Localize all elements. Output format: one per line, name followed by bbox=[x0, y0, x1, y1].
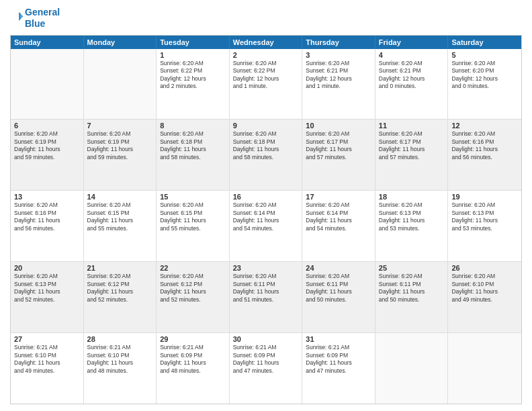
cal-cell-5-3: 29Sunrise: 6:21 AM Sunset: 6:09 PM Dayli… bbox=[157, 333, 230, 404]
day-info: Sunrise: 6:20 AM Sunset: 6:18 PM Dayligh… bbox=[160, 130, 226, 161]
cal-cell-2-7: 12Sunrise: 6:20 AM Sunset: 6:16 PM Dayli… bbox=[448, 120, 521, 190]
cal-cell-5-4: 30Sunrise: 6:21 AM Sunset: 6:09 PM Dayli… bbox=[230, 333, 303, 404]
svg-marker-1 bbox=[20, 14, 24, 19]
cal-cell-5-1: 27Sunrise: 6:21 AM Sunset: 6:10 PM Dayli… bbox=[11, 333, 84, 404]
logo-icon bbox=[10, 10, 24, 24]
cal-cell-2-5: 10Sunrise: 6:20 AM Sunset: 6:17 PM Dayli… bbox=[302, 120, 375, 190]
header-day-wednesday: Wednesday bbox=[230, 36, 303, 49]
day-number: 20 bbox=[14, 264, 80, 272]
day-info: Sunrise: 6:20 AM Sunset: 6:11 PM Dayligh… bbox=[306, 273, 371, 304]
header-day-friday: Friday bbox=[375, 36, 449, 49]
day-info: Sunrise: 6:20 AM Sunset: 6:21 PM Dayligh… bbox=[306, 60, 371, 91]
cal-cell-1-6: 4Sunrise: 6:20 AM Sunset: 6:21 PM Daylig… bbox=[375, 49, 449, 120]
day-number: 13 bbox=[14, 193, 80, 201]
cal-cell-3-6: 18Sunrise: 6:20 AM Sunset: 6:13 PM Dayli… bbox=[375, 191, 449, 261]
cal-cell-5-7 bbox=[448, 333, 521, 404]
day-info: Sunrise: 6:20 AM Sunset: 6:16 PM Dayligh… bbox=[451, 130, 518, 161]
day-number: 31 bbox=[306, 335, 371, 343]
day-info: Sunrise: 6:20 AM Sunset: 6:13 PM Dayligh… bbox=[379, 201, 445, 232]
cal-cell-3-1: 13Sunrise: 6:20 AM Sunset: 6:16 PM Dayli… bbox=[11, 191, 84, 261]
day-info: Sunrise: 6:20 AM Sunset: 6:20 PM Dayligh… bbox=[451, 60, 518, 91]
day-number: 26 bbox=[451, 264, 518, 272]
day-number: 15 bbox=[160, 193, 226, 201]
day-info: Sunrise: 6:21 AM Sunset: 6:10 PM Dayligh… bbox=[14, 344, 80, 375]
cal-cell-2-1: 6Sunrise: 6:20 AM Sunset: 6:19 PM Daylig… bbox=[11, 120, 84, 190]
day-number: 12 bbox=[451, 122, 518, 130]
day-info: Sunrise: 6:21 AM Sunset: 6:09 PM Dayligh… bbox=[233, 344, 299, 375]
day-number: 22 bbox=[160, 264, 226, 272]
calendar-row-3: 13Sunrise: 6:20 AM Sunset: 6:16 PM Dayli… bbox=[11, 190, 521, 261]
cal-cell-4-3: 22Sunrise: 6:20 AM Sunset: 6:12 PM Dayli… bbox=[157, 262, 230, 332]
day-number: 3 bbox=[306, 51, 371, 59]
header-day-thursday: Thursday bbox=[302, 36, 375, 49]
page-header: General Blue bbox=[10, 7, 522, 30]
day-number: 7 bbox=[87, 122, 153, 130]
day-info: Sunrise: 6:20 AM Sunset: 6:16 PM Dayligh… bbox=[14, 201, 80, 232]
day-number: 11 bbox=[379, 122, 445, 130]
day-number: 23 bbox=[233, 264, 299, 272]
day-number: 21 bbox=[87, 264, 153, 272]
day-info: Sunrise: 6:20 AM Sunset: 6:14 PM Dayligh… bbox=[233, 201, 299, 232]
cal-cell-1-3: 1Sunrise: 6:20 AM Sunset: 6:22 PM Daylig… bbox=[157, 49, 230, 120]
calendar-row-4: 20Sunrise: 6:20 AM Sunset: 6:13 PM Dayli… bbox=[11, 261, 521, 332]
calendar: SundayMondayTuesdayWednesdayThursdayFrid… bbox=[10, 35, 522, 404]
calendar-row-2: 6Sunrise: 6:20 AM Sunset: 6:19 PM Daylig… bbox=[11, 119, 521, 190]
cal-cell-1-2 bbox=[84, 49, 157, 120]
day-number: 4 bbox=[379, 51, 445, 59]
day-number: 9 bbox=[233, 122, 299, 130]
header-day-sunday: Sunday bbox=[11, 36, 84, 49]
cal-cell-4-6: 25Sunrise: 6:20 AM Sunset: 6:11 PM Dayli… bbox=[375, 262, 449, 332]
day-number: 17 bbox=[306, 193, 371, 201]
cal-cell-3-4: 16Sunrise: 6:20 AM Sunset: 6:14 PM Dayli… bbox=[230, 191, 303, 261]
calendar-row-5: 27Sunrise: 6:21 AM Sunset: 6:10 PM Dayli… bbox=[11, 332, 521, 404]
cal-cell-4-1: 20Sunrise: 6:20 AM Sunset: 6:13 PM Dayli… bbox=[11, 262, 84, 332]
day-number: 24 bbox=[306, 264, 371, 272]
day-info: Sunrise: 6:20 AM Sunset: 6:22 PM Dayligh… bbox=[160, 60, 226, 91]
day-info: Sunrise: 6:20 AM Sunset: 6:13 PM Dayligh… bbox=[451, 201, 518, 232]
logo-text-line1: General bbox=[25, 7, 60, 18]
cal-cell-5-2: 28Sunrise: 6:21 AM Sunset: 6:10 PM Dayli… bbox=[84, 333, 157, 404]
cal-cell-3-7: 19Sunrise: 6:20 AM Sunset: 6:13 PM Dayli… bbox=[448, 191, 521, 261]
cal-cell-3-3: 15Sunrise: 6:20 AM Sunset: 6:15 PM Dayli… bbox=[157, 191, 230, 261]
header-day-tuesday: Tuesday bbox=[157, 36, 230, 49]
day-info: Sunrise: 6:20 AM Sunset: 6:11 PM Dayligh… bbox=[379, 273, 445, 304]
header-day-monday: Monday bbox=[84, 36, 157, 49]
day-info: Sunrise: 6:20 AM Sunset: 6:21 PM Dayligh… bbox=[379, 60, 445, 91]
day-number: 10 bbox=[306, 122, 371, 130]
day-info: Sunrise: 6:20 AM Sunset: 6:22 PM Dayligh… bbox=[233, 60, 299, 91]
cal-cell-4-7: 26Sunrise: 6:20 AM Sunset: 6:10 PM Dayli… bbox=[448, 262, 521, 332]
day-number: 14 bbox=[87, 193, 153, 201]
day-info: Sunrise: 6:20 AM Sunset: 6:15 PM Dayligh… bbox=[160, 201, 226, 232]
calendar-row-1: 1Sunrise: 6:20 AM Sunset: 6:22 PM Daylig… bbox=[11, 49, 521, 120]
day-info: Sunrise: 6:21 AM Sunset: 6:10 PM Dayligh… bbox=[87, 344, 153, 375]
cal-cell-4-5: 24Sunrise: 6:20 AM Sunset: 6:11 PM Dayli… bbox=[302, 262, 375, 332]
cal-cell-5-5: 31Sunrise: 6:21 AM Sunset: 6:09 PM Dayli… bbox=[302, 333, 375, 404]
day-info: Sunrise: 6:20 AM Sunset: 6:13 PM Dayligh… bbox=[14, 273, 80, 304]
day-info: Sunrise: 6:20 AM Sunset: 6:19 PM Dayligh… bbox=[87, 130, 153, 161]
day-number: 27 bbox=[14, 335, 80, 343]
day-info: Sunrise: 6:20 AM Sunset: 6:14 PM Dayligh… bbox=[306, 201, 371, 232]
day-number: 30 bbox=[233, 335, 299, 343]
day-info: Sunrise: 6:20 AM Sunset: 6:10 PM Dayligh… bbox=[451, 273, 518, 304]
day-info: Sunrise: 6:20 AM Sunset: 6:17 PM Dayligh… bbox=[379, 130, 445, 161]
day-number: 5 bbox=[451, 51, 518, 59]
day-info: Sunrise: 6:20 AM Sunset: 6:12 PM Dayligh… bbox=[160, 273, 226, 304]
day-info: Sunrise: 6:20 AM Sunset: 6:19 PM Dayligh… bbox=[14, 130, 80, 161]
cal-cell-2-2: 7Sunrise: 6:20 AM Sunset: 6:19 PM Daylig… bbox=[84, 120, 157, 190]
day-number: 18 bbox=[379, 193, 445, 201]
day-number: 6 bbox=[14, 122, 80, 130]
cal-cell-1-1 bbox=[11, 49, 84, 120]
calendar-header-row: SundayMondayTuesdayWednesdayThursdayFrid… bbox=[11, 36, 521, 49]
day-info: Sunrise: 6:21 AM Sunset: 6:09 PM Dayligh… bbox=[160, 344, 226, 375]
cal-cell-1-4: 2Sunrise: 6:20 AM Sunset: 6:22 PM Daylig… bbox=[230, 49, 303, 120]
cal-cell-2-3: 8Sunrise: 6:20 AM Sunset: 6:18 PM Daylig… bbox=[157, 120, 230, 190]
day-number: 29 bbox=[160, 335, 226, 343]
cal-cell-1-7: 5Sunrise: 6:20 AM Sunset: 6:20 PM Daylig… bbox=[448, 49, 521, 120]
header-day-saturday: Saturday bbox=[448, 36, 521, 49]
cal-cell-2-4: 9Sunrise: 6:20 AM Sunset: 6:18 PM Daylig… bbox=[230, 120, 303, 190]
logo-text-line2: Blue bbox=[25, 18, 60, 30]
cal-cell-5-6 bbox=[375, 333, 449, 404]
calendar-body: 1Sunrise: 6:20 AM Sunset: 6:22 PM Daylig… bbox=[11, 49, 521, 404]
cal-cell-2-6: 11Sunrise: 6:20 AM Sunset: 6:17 PM Dayli… bbox=[375, 120, 449, 190]
day-info: Sunrise: 6:20 AM Sunset: 6:17 PM Dayligh… bbox=[306, 130, 371, 161]
